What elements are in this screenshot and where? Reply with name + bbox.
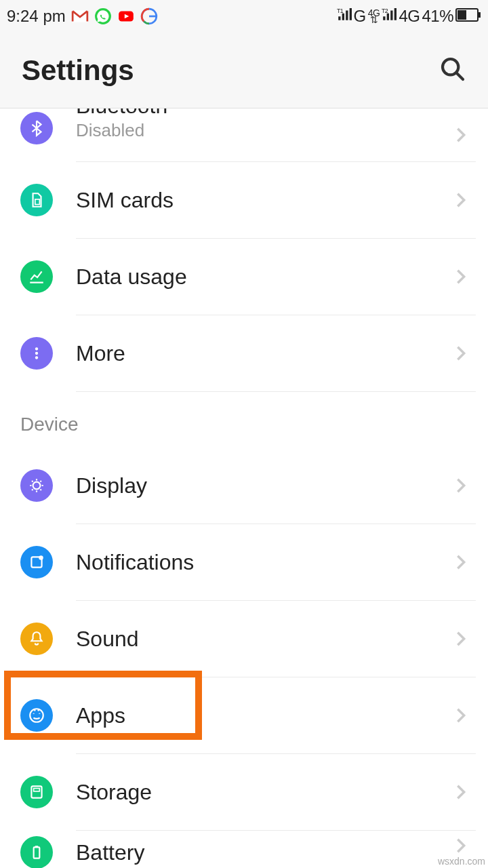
settings-item-storage[interactable]: Storage [0, 754, 488, 830]
svg-point-13 [35, 356, 38, 359]
signal-icon-2: T2 [382, 7, 396, 26]
item-title: SIM cards [76, 188, 451, 213]
chevron-right-icon [451, 125, 470, 144]
settings-item-sim[interactable]: SIM cards [0, 162, 488, 238]
notification-icon [20, 546, 53, 578]
item-subtitle: Disabled [76, 120, 451, 141]
settings-item-sound[interactable]: Sound [0, 601, 488, 677]
settings-item-data-usage[interactable]: Data usage [0, 239, 488, 315]
svg-text:T1: T1 [337, 8, 344, 14]
svg-line-9 [456, 73, 463, 79]
section-device: Device [0, 392, 488, 448]
status-time: 9:24 pm [7, 7, 66, 26]
google-icon [140, 7, 158, 25]
youtube-icon [117, 7, 135, 25]
chevron-right-icon [451, 191, 470, 210]
settings-item-bluetooth[interactable]: Bluetooth Disabled [0, 108, 488, 161]
settings-item-battery[interactable]: Battery [0, 831, 488, 868]
item-title: Data usage [76, 264, 451, 290]
signal-4g-small: 4G⇅ [368, 9, 380, 23]
svg-point-11 [35, 347, 38, 350]
battery-settings-icon [20, 836, 53, 868]
svg-rect-20 [34, 847, 40, 858]
svg-rect-10 [35, 199, 40, 205]
settings-item-notifications[interactable]: Notifications [0, 524, 488, 600]
settings-item-apps[interactable]: Apps [0, 677, 488, 753]
more-icon [20, 337, 53, 370]
search-icon [439, 56, 466, 83]
signal-4g-label: 4G [399, 7, 420, 26]
whatsapp-icon [94, 7, 112, 25]
item-title: Battery [76, 840, 451, 865]
apps-icon [20, 699, 53, 732]
item-title: Storage [76, 780, 451, 805]
settings-item-more[interactable]: More [0, 315, 488, 391]
bell-icon [20, 623, 53, 655]
chevron-right-icon [451, 836, 470, 855]
settings-item-display[interactable]: Display [0, 448, 488, 524]
chevron-right-icon [451, 783, 470, 802]
bluetooth-icon [20, 112, 53, 144]
svg-rect-6 [458, 10, 466, 20]
item-title: More [76, 341, 451, 366]
svg-point-14 [33, 482, 41, 490]
chevron-right-icon [451, 629, 470, 648]
brightness-icon [20, 469, 53, 502]
settings-list: Bluetooth Disabled SIM cards Data usage … [0, 108, 488, 868]
sim-icon [20, 184, 53, 216]
item-title: Notifications [76, 550, 451, 575]
status-bar: 9:24 pm T1 G 4G⇅ T2 4G 41% [0, 0, 488, 33]
signal-g-label: G [354, 7, 366, 26]
battery-icon [455, 7, 481, 26]
chevron-right-icon [451, 344, 470, 363]
search-button[interactable] [439, 56, 466, 85]
storage-icon [20, 776, 53, 808]
svg-rect-21 [35, 846, 38, 847]
svg-rect-19 [34, 789, 40, 791]
svg-text:T2: T2 [382, 8, 388, 14]
item-title: Apps [76, 703, 451, 728]
battery-pct: 41% [422, 7, 453, 26]
svg-rect-7 [479, 12, 481, 18]
item-title: Bluetooth [76, 108, 451, 119]
header: Settings [0, 33, 488, 108]
chevron-right-icon [451, 553, 470, 572]
chevron-right-icon [451, 476, 470, 495]
signal-icon: T1 [337, 7, 352, 26]
chart-icon [20, 260, 53, 293]
svg-point-12 [35, 352, 38, 355]
chevron-right-icon [451, 706, 470, 725]
item-title: Sound [76, 627, 451, 652]
svg-point-17 [30, 709, 43, 722]
watermark: wsxdn.com [438, 856, 485, 867]
gmail-icon [71, 7, 89, 25]
item-title: Display [76, 473, 451, 498]
chevron-right-icon [451, 267, 470, 286]
svg-point-16 [39, 555, 43, 560]
page-title: Settings [22, 54, 134, 87]
